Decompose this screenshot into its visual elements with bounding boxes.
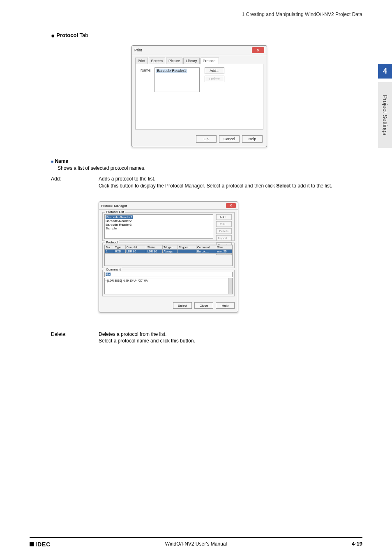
protocol-name-list[interactable]: Barcode-Reader1 — [154, 67, 200, 92]
delete-desc-line1: Deletes a protocol from the list. — [99, 331, 166, 337]
cell — [178, 250, 196, 254]
pm-title: Protocol Manager — [101, 204, 127, 208]
cell: Always — [162, 250, 178, 254]
group-label: Protocol — [105, 240, 119, 244]
tab-print[interactable]: Print — [135, 58, 148, 64]
close-icon[interactable]: ✕ — [252, 47, 264, 53]
dialog-tabs: Print Screen Picture Library Protocol — [132, 55, 267, 64]
pm-edit-button: Edit... — [216, 221, 232, 227]
header-breadcrumb: 1 Creating and Manipulating WindO/I-NV2 … — [242, 12, 362, 17]
col-status: Status — [146, 245, 163, 250]
add-desc-line2: Click this button to display the Protoco… — [99, 183, 359, 189]
pm-titlebar: Protocol Manager ✕ — [99, 202, 238, 210]
list-item[interactable]: Barcode-Reader1 — [156, 69, 187, 73]
cell: max 20 — [216, 250, 232, 254]
pm-import-button: Import... — [216, 235, 232, 241]
group-label: Protocol List — [105, 210, 125, 214]
list-item[interactable]: Sample — [106, 227, 212, 230]
section-suffix: Tab — [79, 32, 88, 38]
footer-rule — [30, 537, 362, 538]
cell: LDR 90 — [146, 250, 163, 254]
col-complete: Complet... — [125, 245, 146, 250]
pm-delete-button: Delete — [216, 228, 232, 234]
add-desc-bold: Select — [276, 183, 291, 189]
col-comment: Comment — [196, 245, 216, 250]
tab-library[interactable]: Library — [183, 58, 200, 64]
cell: RXD — [114, 250, 125, 254]
add-term: Add: — [51, 176, 61, 182]
footer-page-number: 4-19 — [352, 541, 362, 547]
protocol-list[interactable]: Barcode-Reader1 Barcode-Reader2 Barcode-… — [104, 214, 213, 239]
section-heading: ● Protocol Tab — [51, 32, 88, 39]
delete-term: Delete: — [51, 331, 67, 337]
bullet-icon: ● — [51, 32, 55, 39]
dialog-body: Name: Barcode-Reader1 Add... Delete — [135, 64, 263, 130]
add-desc-line1: Adds a protocol to the list. — [99, 176, 155, 182]
chapter-title: Project Settings — [378, 82, 392, 148]
col-trigger2: Trigger... — [178, 245, 196, 250]
protocol-manager-dialog: Protocol Manager ✕ Protocol List Barcode… — [99, 201, 238, 312]
name-description: Shows a list of selected protocol names. — [58, 165, 145, 171]
col-type: Type — [114, 245, 125, 250]
pm-add-button[interactable]: Add... — [216, 214, 232, 220]
cell: LDR 80 — [125, 250, 146, 254]
list-item[interactable]: Barcode-Reader3 — [106, 223, 212, 227]
tab-picture[interactable]: Picture — [166, 58, 182, 64]
command-text[interactable]: <[LDR 8810] N 29 15 U> '0D' '0A' — [104, 278, 233, 294]
cell: 1 — [105, 250, 114, 254]
table-row[interactable]: 1 RXD LDR 80 LDR 90 Always Barcod... max… — [105, 250, 232, 254]
cancel-button[interactable]: Cancel — [219, 135, 240, 143]
help-button[interactable]: Help — [242, 135, 263, 143]
header-rule — [30, 20, 362, 20]
dialog-titlebar: Print ✕ — [132, 46, 267, 55]
delete-button: Delete — [205, 76, 224, 82]
section-label: Protocol — [56, 32, 78, 38]
name-heading-text: Name — [55, 158, 68, 164]
name-heading: ■ Name — [51, 158, 68, 164]
add-desc-part-a: Click this button to display the Protoco… — [99, 183, 276, 189]
name-field-label: Name: — [141, 68, 152, 72]
tab-screen[interactable]: Screen — [149, 58, 166, 64]
command-content: <[LDR 8810] N 29 15 U> '0D' '0A' — [106, 279, 148, 282]
add-button[interactable]: Add... — [205, 67, 224, 74]
col-trigger: Trigger — [162, 245, 178, 250]
command-no-header: No. — [104, 272, 233, 277]
ok-button[interactable]: OK — [196, 135, 217, 143]
help-button[interactable]: Help — [216, 302, 235, 309]
table-header-row: No. Type Complet... Status Trigger Trigg… — [105, 245, 232, 250]
square-bullet-icon: ■ — [51, 159, 53, 164]
pm-body: Protocol List Barcode-Reader1 Barcode-Re… — [99, 210, 238, 301]
col-size: Size — [216, 245, 232, 250]
protocol-table-wrap: No. Type Complet... Status Trigger Trigg… — [104, 245, 233, 266]
group-label: Command — [105, 268, 122, 271]
scrollbar[interactable] — [228, 278, 232, 294]
delete-desc-line2: Select a protocol name and click this bu… — [99, 338, 195, 344]
protocol-list-group: Protocol List Barcode-Reader1 Barcode-Re… — [102, 212, 235, 241]
list-item[interactable]: Barcode-Reader2 — [106, 219, 212, 223]
dialog-title: Print — [134, 48, 142, 52]
select-button[interactable]: Select — [173, 302, 192, 309]
protocol-table-group: Protocol No. Type Complet... Status Trig… — [102, 243, 235, 268]
add-desc-part-b: to add it to the list. — [291, 183, 332, 189]
dialog-footer: OK Cancel Help — [132, 133, 267, 147]
close-button[interactable]: Close — [194, 302, 213, 309]
pm-footer: Select Close Help — [99, 301, 238, 312]
list-item[interactable]: Barcode-Reader1 — [106, 215, 133, 219]
command-group: Command No. <[LDR 8810] N 29 15 U> '0D' … — [102, 270, 235, 296]
footer-title: WindO/I-NV2 User's Manual — [0, 541, 392, 547]
tab-protocol[interactable]: Protocol — [201, 58, 219, 64]
chapter-badge: 4 — [378, 64, 392, 79]
col-no: No. — [105, 245, 114, 250]
cmd-no-label: No. — [106, 273, 111, 276]
close-icon[interactable]: ✕ — [226, 203, 236, 208]
protocol-table[interactable]: No. Type Complet... Status Trigger Trigg… — [105, 245, 232, 254]
cell: Barcod... — [196, 250, 216, 254]
print-dialog: Print ✕ Print Screen Picture Library Pro… — [131, 45, 267, 147]
